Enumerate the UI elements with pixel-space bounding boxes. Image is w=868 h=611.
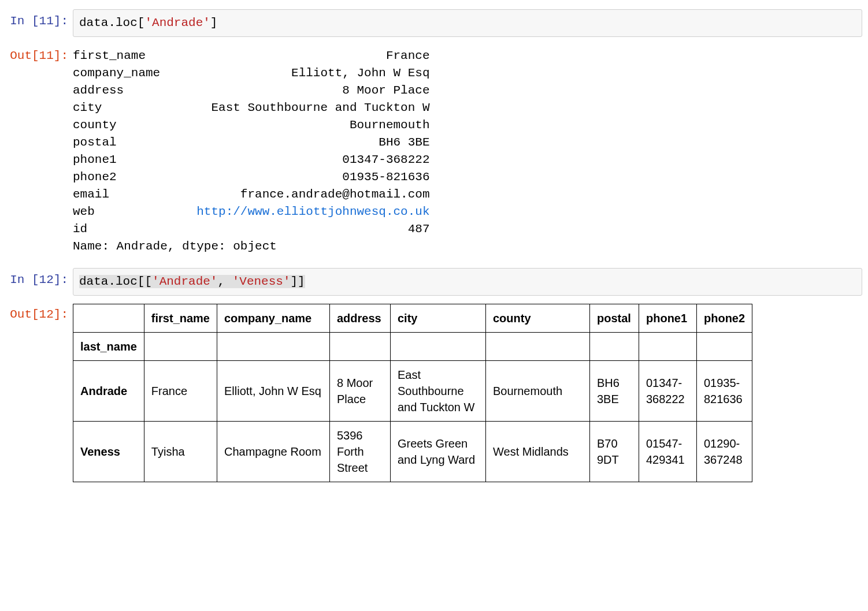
code-prefix-12: data.loc[[ (79, 275, 152, 288)
cell-county: Bournemouth (486, 361, 590, 422)
code-string-12a: 'Andrade' (152, 275, 217, 288)
cell-first_name: Tyisha (144, 422, 217, 482)
in-prompt-11: In [11]: (0, 9, 73, 30)
out-prompt-11: Out[11]: (0, 44, 73, 65)
cell-postal: BH6 3BE (590, 361, 639, 422)
code-string-12b: 'Veness' (232, 275, 291, 288)
row-index-0: Andrade (73, 361, 144, 422)
cell-phone1: 01547-429341 (639, 422, 697, 482)
series-output: first_name France company_name Elliott, … (73, 44, 862, 255)
cell-company_name: Elliott, John W Esq (217, 361, 330, 422)
cell-postal: B70 9DT (590, 422, 639, 482)
cell-12-input: In [12]: data.loc[['Andrade', 'Veness']] (0, 264, 868, 299)
cell-11-input: In [11]: data.loc['Andrade'] (0, 6, 868, 40)
cell-11-output: Out[11]: first_name France company_name … (0, 40, 868, 259)
col-address: address (330, 304, 391, 333)
cell-phone2: 01935-821636 (697, 361, 752, 422)
notebook: In [11]: data.loc['Andrade'] Out[11]: fi… (0, 0, 868, 503)
table-indexname-row: last_name (73, 333, 752, 361)
col-phone2: phone2 (697, 304, 752, 333)
col-postal: postal (590, 304, 639, 333)
code-input-12[interactable]: data.loc[['Andrade', 'Veness']] (73, 268, 862, 296)
in-prompt-12: In [12]: (0, 268, 73, 289)
table-row: Veness Tyisha Champagne Room 5396 Forth … (73, 422, 752, 482)
table-row: Andrade France Elliott, John W Esq 8 Moo… (73, 361, 752, 422)
cell-city: East Southbourne and Tuckton W (391, 361, 486, 422)
col-company_name: company_name (217, 304, 330, 333)
col-city: city (391, 304, 486, 333)
cell-address: 8 Moor Place (330, 361, 391, 422)
cell-phone1: 01347-368222 (639, 361, 697, 422)
header-blank (73, 304, 144, 333)
col-phone1: phone1 (639, 304, 697, 333)
cell-first_name: France (144, 361, 217, 422)
code-suffix-12: ]] (291, 275, 305, 288)
cell-phone2: 01290-367248 (697, 422, 752, 482)
row-index-1: Veness (73, 422, 144, 482)
index-name: last_name (73, 333, 144, 361)
code-prefix: data.loc[ (79, 16, 144, 29)
out-prompt-12: Out[12]: (0, 303, 73, 323)
table-header-row: first_name company_name address city cou… (73, 304, 752, 333)
col-first_name: first_name (144, 304, 217, 333)
cell-company_name: Champagne Room (217, 422, 330, 482)
cell-city: Greets Green and Lyng Ward (391, 422, 486, 482)
cell-county: West Midlands (486, 422, 590, 482)
series-web-link[interactable]: http://www.elliottjohnwesq.co.uk (196, 205, 429, 218)
cell-12-output: Out[12]: first_name company_name address… (0, 299, 868, 486)
code-string: 'Andrade' (144, 16, 210, 29)
dataframe-table: first_name company_name address city cou… (73, 304, 752, 482)
cell-address: 5396 Forth Street (330, 422, 391, 482)
code-suffix: ] (210, 16, 218, 29)
code-input-11[interactable]: data.loc['Andrade'] (73, 9, 862, 37)
code-mid-12: , (217, 275, 232, 288)
col-county: county (486, 304, 590, 333)
